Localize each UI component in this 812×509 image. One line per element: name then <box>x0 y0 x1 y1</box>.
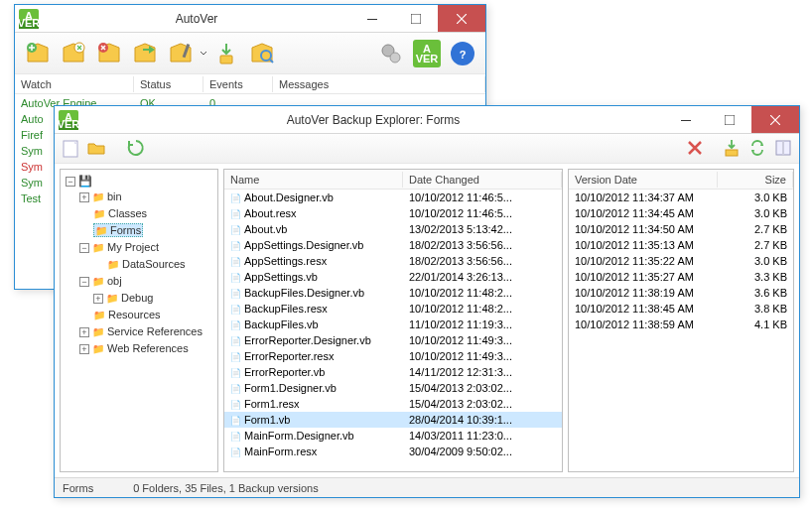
window-title: AutoVer Backup Explorer: Forms <box>82 113 664 127</box>
file-row[interactable]: Form1.vb28/04/2014 10:39:1... <box>224 412 562 428</box>
explore-button[interactable] <box>245 37 279 70</box>
header-version-date[interactable]: Version Date <box>569 172 718 188</box>
svg-text:VER: VER <box>416 53 439 64</box>
dropdown-chevron-icon[interactable] <box>200 40 207 67</box>
open-folder-button[interactable] <box>86 138 106 160</box>
settings-button[interactable] <box>374 37 408 70</box>
file-row[interactable]: About.resx10/10/2012 11:46:5... <box>224 205 562 221</box>
minimize-button[interactable] <box>664 106 708 133</box>
file-list[interactable]: About.Designer.vb10/10/2012 11:46:5...Ab… <box>224 190 562 471</box>
explorer-toolbar <box>55 134 799 164</box>
version-row[interactable]: 10/10/2012 11:35:22 AM3.0 KB <box>569 253 793 269</box>
export-button[interactable] <box>722 138 742 160</box>
version-row[interactable]: 10/10/2012 11:35:13 AM2.7 KB <box>569 237 793 253</box>
svg-rect-23 <box>681 120 691 121</box>
status-path: Forms <box>63 482 93 494</box>
ver-button[interactable]: AVER <box>410 37 444 70</box>
tree-node[interactable]: −💾+binClassesForms−My ProjectDataSources… <box>66 173 214 357</box>
file-row[interactable]: MainForm.Designer.vb14/03/2011 11:23:0..… <box>224 428 562 444</box>
svg-text:VER: VER <box>59 118 78 130</box>
version-list-pane: Version Date Size 10/10/2012 11:34:37 AM… <box>568 169 794 472</box>
file-row[interactable]: AppSettings.vb22/01/2014 3:26:13... <box>224 269 562 285</box>
title-bar: AVER AutoVer Backup Explorer: Forms <box>55 106 799 134</box>
maximize-button[interactable] <box>394 5 438 32</box>
version-row[interactable]: 10/10/2012 11:34:37 AM3.0 KB <box>569 190 793 205</box>
file-row[interactable]: Form1.resx15/04/2013 2:03:02... <box>224 396 562 412</box>
svg-rect-5 <box>411 14 421 24</box>
header-messages[interactable]: Messages <box>273 76 485 92</box>
version-row[interactable]: 10/10/2012 11:34:45 AM3.0 KB <box>569 205 793 221</box>
file-row[interactable]: BackupFiles.Designer.vb10/10/2012 11:48:… <box>224 285 562 301</box>
file-row[interactable]: AppSettings.resx18/02/2013 3:56:56... <box>224 253 562 269</box>
version-row[interactable]: 10/10/2012 11:38:19 AM3.6 KB <box>569 285 793 301</box>
tree-node[interactable]: Classes <box>79 205 214 222</box>
file-row[interactable]: AppSettings.Designer.vb18/02/2013 3:56:5… <box>224 237 562 253</box>
version-list[interactable]: 10/10/2012 11:34:37 AM3.0 KB10/10/2012 1… <box>569 190 793 471</box>
watch-list-header: Watch Status Events Messages <box>15 74 485 94</box>
refresh-button[interactable] <box>126 138 146 160</box>
title-bar: AVER AutoVer <box>15 5 485 33</box>
tree-node[interactable]: Resources <box>79 307 214 323</box>
header-status[interactable]: Status <box>134 76 203 92</box>
header-date-changed[interactable]: Date Changed <box>403 172 562 188</box>
open-file-button[interactable] <box>61 138 80 160</box>
sync-button[interactable] <box>747 138 767 160</box>
svg-text:VER: VER <box>19 17 39 29</box>
svg-rect-24 <box>725 115 735 125</box>
header-name[interactable]: Name <box>224 172 403 188</box>
file-row[interactable]: About.Designer.vb10/10/2012 11:46:5... <box>224 190 562 205</box>
version-row[interactable]: 10/10/2012 11:38:45 AM3.8 KB <box>569 301 793 317</box>
file-row[interactable]: ErrorReporter.resx10/10/2012 11:49:3... <box>224 348 562 364</box>
tree-node[interactable]: −obj+Debug <box>79 273 214 307</box>
status-bar: Forms 0 Folders, 35 Files, 1 Backup vers… <box>55 477 799 497</box>
zip-button[interactable] <box>773 138 793 160</box>
close-button[interactable] <box>751 106 799 133</box>
svg-rect-28 <box>782 141 784 155</box>
help-button[interactable]: ? <box>446 37 479 70</box>
folder-tree[interactable]: −💾+binClassesForms−My ProjectDataSources… <box>60 169 218 472</box>
main-toolbar: AVER ? <box>15 33 485 74</box>
header-size[interactable]: Size <box>718 172 793 188</box>
close-button[interactable] <box>438 5 485 32</box>
maximize-button[interactable] <box>708 106 751 133</box>
file-list-pane: Name Date Changed About.Designer.vb10/10… <box>223 169 563 472</box>
version-row[interactable]: 10/10/2012 11:38:59 AM4.1 KB <box>569 317 793 332</box>
delete-watch-button[interactable] <box>92 37 126 70</box>
restore-button[interactable] <box>209 37 243 70</box>
delete-button[interactable] <box>686 139 704 159</box>
minimize-button[interactable] <box>350 5 394 32</box>
svg-text:?: ? <box>460 49 467 61</box>
status-summary: 0 Folders, 35 Files, 1 Backup versions <box>133 482 318 494</box>
tree-node[interactable]: Forms <box>79 222 214 239</box>
tree-node[interactable]: +Service References <box>79 323 214 340</box>
file-row[interactable]: MainForm.resx30/04/2009 9:50:02... <box>224 444 562 459</box>
file-row[interactable]: BackupFiles.vb11/10/2012 11:19:3... <box>224 317 562 332</box>
folder-tools-button[interactable] <box>164 37 198 70</box>
tree-node[interactable]: +Web References <box>79 340 214 357</box>
tree-node[interactable]: −My ProjectDataSources <box>79 239 214 273</box>
version-row[interactable]: 10/10/2012 11:35:27 AM3.3 KB <box>569 269 793 285</box>
add-watch-button[interactable] <box>21 37 55 70</box>
tree-node[interactable]: DataSources <box>93 256 214 273</box>
app-icon: AVER <box>19 9 39 29</box>
file-row[interactable]: ErrorReporter.Designer.vb10/10/2012 11:4… <box>224 332 562 348</box>
file-row[interactable]: Form1.Designer.vb15/04/2013 2:03:02... <box>224 380 562 396</box>
svg-rect-26 <box>726 150 738 156</box>
header-watch[interactable]: Watch <box>15 76 134 92</box>
file-row[interactable]: BackupFiles.resx10/10/2012 11:48:2... <box>224 301 562 317</box>
file-row[interactable]: ErrorReporter.vb14/11/2012 12:31:3... <box>224 364 562 380</box>
folder-go-button[interactable] <box>128 37 162 70</box>
header-events[interactable]: Events <box>203 76 273 92</box>
tree-node[interactable]: +Debug <box>93 290 214 307</box>
file-row[interactable]: About.vb13/02/2013 5:13:42... <box>224 221 562 237</box>
tree-node[interactable]: +bin <box>79 189 214 205</box>
backup-explorer-window: AVER AutoVer Backup Explorer: Forms −💾+b… <box>54 105 800 498</box>
svg-rect-4 <box>367 19 377 20</box>
svg-rect-10 <box>220 56 232 64</box>
window-title: AutoVer <box>43 12 350 26</box>
edit-watch-button[interactable] <box>57 37 90 70</box>
svg-point-13 <box>390 53 400 63</box>
version-row[interactable]: 10/10/2012 11:34:50 AM2.7 KB <box>569 221 793 237</box>
app-icon: AVER <box>59 110 78 130</box>
